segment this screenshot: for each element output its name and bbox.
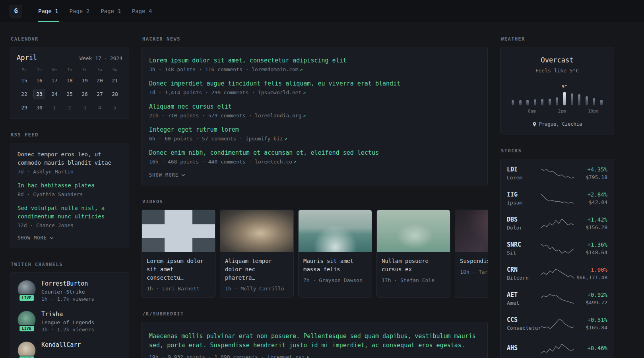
stock-sparkline-slot bbox=[541, 218, 574, 230]
video-title[interactable]: Nullam posuere cursus ex bbox=[382, 257, 445, 274]
stock-symbol: CRN bbox=[507, 266, 541, 273]
stock-change: +0.46% bbox=[574, 345, 608, 351]
weather-bar bbox=[532, 83, 538, 105]
tab-page-3[interactable]: Page 3 bbox=[95, 0, 126, 22]
calendar-day-header: Sa bbox=[92, 68, 107, 72]
calendar-day: 22 bbox=[17, 89, 32, 99]
stock-change: +4.35% bbox=[574, 166, 608, 173]
hn-story-link[interactable]: Aliquam nec cursus elit bbox=[149, 103, 480, 110]
channel-meta: 1h · 1.7k viewers bbox=[41, 296, 94, 302]
subreddit-card: Maecenas mollis pulvinar erat non posuer… bbox=[142, 322, 488, 358]
stock-sparkline bbox=[541, 167, 574, 179]
stock-price: $499.72 bbox=[574, 300, 608, 305]
video-card[interactable]: Mauris sit amet massa felis 7h · Grayson… bbox=[298, 210, 372, 298]
weather-bar bbox=[510, 83, 516, 105]
tab-page-1[interactable]: Page 1 bbox=[33, 0, 64, 22]
video-thumbnail[interactable] bbox=[377, 210, 450, 252]
external-link-icon: ↗ bbox=[293, 159, 297, 165]
stock-change: +0.51% bbox=[574, 317, 607, 323]
calendar-day-selected: 23 bbox=[33, 89, 45, 99]
stock-row[interactable]: CRNBitcorn -1.00%$66,171.48 bbox=[500, 261, 614, 286]
stock-row[interactable]: SNRCSit +1.36%$148.64 bbox=[500, 236, 614, 261]
twitch-channel[interactable]: LIVE KendallCarr bbox=[17, 341, 122, 358]
video-card[interactable]: Suspendisse diam 18h · Tara bbox=[455, 210, 488, 298]
stock-row[interactable]: IIGIpsum +2.84%$42.04 bbox=[500, 186, 614, 211]
app-logo[interactable]: G bbox=[10, 5, 22, 18]
stock-sparkline-slot bbox=[541, 268, 574, 280]
channel-name: Trisha bbox=[41, 311, 94, 318]
twitch-channel[interactable]: LIVE Trisha League of Legends 3h · 1.2k … bbox=[17, 311, 122, 333]
stock-sparkline-slot bbox=[541, 167, 574, 179]
video-card[interactable]: Aliquam tempor dolor nec pharetra… 1h · … bbox=[220, 210, 294, 298]
weather-bar bbox=[584, 83, 590, 105]
stocks-header: STOCKS bbox=[501, 148, 614, 154]
hn-source-link[interactable]: ipsumworld.net↗ bbox=[258, 90, 306, 95]
hn-source-link[interactable]: loremtech.co↗ bbox=[255, 159, 297, 165]
video-title[interactable]: Aliquam tempor dolor nec pharetra… bbox=[225, 257, 289, 282]
hn-source-link[interactable]: loremdomain.com↗ bbox=[252, 66, 303, 72]
live-badge: LIVE bbox=[19, 294, 35, 302]
stock-change: +0.92% bbox=[574, 292, 608, 298]
hn-story-link[interactable]: Integer eget rutrum lorem bbox=[149, 126, 480, 133]
stock-price: $165.84 bbox=[574, 325, 607, 331]
rss-item-link[interactable]: In hac habitasse platea bbox=[17, 181, 122, 190]
hn-story-meta: 1d · 1,414 points · 299 comments · ipsum… bbox=[149, 90, 480, 95]
stock-sparkline bbox=[541, 318, 574, 330]
hn-story-link[interactable]: Donec imperdiet augue tincidunt felis al… bbox=[149, 80, 480, 87]
subreddit-widget: /R/SUBREDDIT Maecenas mollis pulvinar er… bbox=[142, 311, 488, 358]
stock-row[interactable]: DBSDolor +1.42%$156.28 bbox=[500, 211, 614, 236]
tab-page-2[interactable]: Page 2 bbox=[64, 0, 95, 22]
calendar-month: April bbox=[17, 54, 37, 62]
video-card[interactable]: Lorem ipsum dolor sit amet consectetu… 1… bbox=[142, 210, 215, 298]
chevron-down-icon bbox=[50, 237, 54, 239]
video-thumbnail[interactable] bbox=[455, 210, 488, 252]
hn-story-link[interactable]: Lorem ipsum dolor sit amet, consectetur … bbox=[149, 57, 480, 64]
video-card[interactable]: Nullam posuere cursus ex 17h · Stefan Co… bbox=[376, 210, 450, 298]
tab-page-4[interactable]: Page 4 bbox=[126, 0, 158, 22]
stock-price: $795.18 bbox=[574, 174, 608, 180]
hn-source-link[interactable]: ipsumify.biz↗ bbox=[246, 136, 287, 142]
stock-name: Consectetur bbox=[507, 325, 541, 331]
hn-story-link[interactable]: Donec enim nibh, condimentum et accumsan… bbox=[149, 149, 480, 156]
twitch-channel[interactable]: LIVE ForrestBurton Counter-Strike 1h · 1… bbox=[17, 280, 122, 302]
weather-widget: WEATHER Overcast Feels like 5°C 9° 6am 2… bbox=[500, 36, 614, 134]
video-title[interactable]: Lorem ipsum dolor sit amet consectetu… bbox=[147, 257, 210, 282]
hn-source-link[interactable]: loremlandia.org↗ bbox=[255, 113, 306, 119]
video-meta: 1h · Lori Barnett bbox=[147, 286, 210, 292]
subreddit-post-meta: 19h · 9,932 points · 1,090 comments · lo… bbox=[149, 354, 480, 358]
stock-row[interactable]: AETAmet +0.92%$499.72 bbox=[500, 286, 614, 311]
video-meta: 18h · Tara bbox=[460, 269, 488, 275]
stock-sparkline bbox=[541, 193, 574, 204]
weather-bar bbox=[576, 83, 582, 105]
rss-item: Sed volutpat nulla nisl, a condimentum n… bbox=[17, 204, 122, 228]
video-meta: 17h · Stefan Cole bbox=[382, 277, 445, 283]
subreddit-post-link[interactable]: Maecenas mollis pulvinar erat non posuer… bbox=[149, 332, 480, 350]
stock-row[interactable]: LDILorem +4.35%$795.18 bbox=[500, 161, 614, 186]
hn-show-more-button[interactable]: SHOW MORE bbox=[149, 172, 480, 178]
video-title[interactable]: Suspendisse diam bbox=[460, 257, 488, 265]
channel-name: KendallCarr bbox=[41, 341, 81, 348]
rss-item-link[interactable]: Sed volutpat nulla nisl, a condimentum n… bbox=[17, 204, 122, 221]
stock-sparkline bbox=[541, 343, 574, 355]
rss-item-link[interactable]: Donec tempor eros leo, ut commodo mauris… bbox=[17, 150, 122, 167]
stock-row[interactable]: AHS +0.46% bbox=[500, 336, 614, 358]
stock-row[interactable]: CCSConsectetur +0.51%$165.84 bbox=[500, 311, 614, 336]
hn-story-meta: 3h · 148 points · 116 comments · loremdo… bbox=[149, 66, 480, 72]
calendar-day: 15 bbox=[17, 75, 32, 86]
video-thumbnail[interactable] bbox=[142, 210, 215, 252]
weather-feels-like: Feels like 5°C bbox=[508, 68, 606, 74]
weather-bar bbox=[525, 83, 530, 105]
calendar-day: 25 bbox=[62, 89, 77, 99]
video-thumbnail[interactable] bbox=[299, 210, 372, 252]
video-thumbnail[interactable] bbox=[220, 210, 293, 252]
calendar-day-next-month: 2 bbox=[62, 102, 77, 113]
stock-sparkline bbox=[541, 218, 574, 230]
subreddit-source-link[interactable]: loremnet.xyz↗ bbox=[267, 354, 309, 358]
calendar-day-next-month: 4 bbox=[92, 102, 107, 113]
video-meta: 7h · Grayson Dawson bbox=[303, 277, 367, 283]
rss-show-more-button[interactable]: SHOW MORE bbox=[17, 235, 122, 241]
weather-bar bbox=[547, 83, 553, 105]
external-link-icon: ↗ bbox=[303, 113, 306, 119]
rss-item: In hac habitasse platea 8d · Cynthia Sau… bbox=[17, 181, 122, 197]
video-title[interactable]: Mauris sit amet massa felis bbox=[303, 257, 367, 274]
